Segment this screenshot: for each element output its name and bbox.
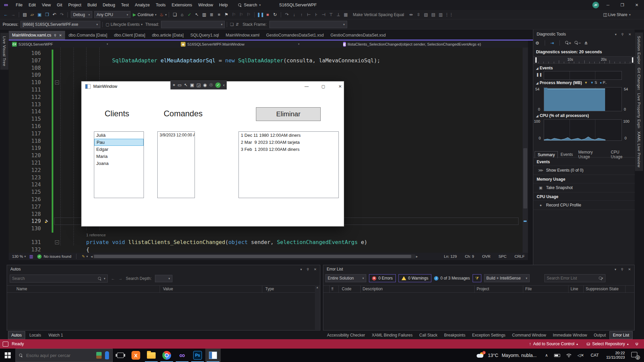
tab-call-stack[interactable]: Call Stack <box>416 331 440 339</box>
tab-breakpoints[interactable]: Breakpoints <box>441 331 468 339</box>
step-into-icon[interactable]: ↓ <box>291 11 298 18</box>
search-forward-icon[interactable]: → <box>118 276 122 281</box>
find-in-files-icon[interactable]: ❏ <box>171 11 178 18</box>
menu-tools[interactable]: Tools <box>153 0 169 10</box>
taskbar-xampp-icon[interactable]: X <box>128 349 144 362</box>
spacing-h-icon[interactable]: ⇹ <box>408 11 415 18</box>
tab-dbo-article-data-[interactable]: dbo.article [Data] <box>149 31 187 40</box>
detall-item[interactable]: 3 Feb 1 2003 12:00AM diners <box>239 146 338 153</box>
save-all-icon[interactable]: ❒ <box>44 11 50 18</box>
menu-help[interactable]: Help <box>216 0 231 10</box>
avatar[interactable]: JF <box>592 2 599 8</box>
element-picker-icon[interactable]: ⌖ <box>173 82 175 88</box>
summary-action[interactable]: ▣Take Snapshot <box>533 183 635 192</box>
column-header-suppression-state[interactable]: Suppression State <box>586 287 619 291</box>
prev-bookmark-icon[interactable]: ⚐ <box>230 11 237 18</box>
tab-xaml-live-preview[interactable]: XAML Live Preview <box>635 128 643 171</box>
pin-icon[interactable]: ⚲ <box>621 267 623 271</box>
breadcrumb-segment-0[interactable]: C#S16SQLServerWPF▾ <box>12 42 177 47</box>
detall-item[interactable]: 1 Dec 11 1980 12:00AM diners <box>239 132 338 139</box>
accessibility-icon[interactable]: ☉ <box>209 82 213 87</box>
ruler-selection-handle[interactable] <box>535 57 537 63</box>
step-out-icon[interactable]: ↑ <box>298 11 305 18</box>
binding-errors-icon[interactable]: ◉ <box>203 82 207 87</box>
diag-tab-events[interactable]: Events <box>558 151 576 158</box>
debug-config-dropdown[interactable]: Debug▾ <box>71 11 92 18</box>
column-header-file[interactable]: File <box>525 287 532 291</box>
column-header-name[interactable]: Name <box>16 287 27 291</box>
summary-action[interactable]: ●Record CPU Profile <box>533 200 635 210</box>
diag-timeline-ruler[interactable]: 10s20s <box>533 56 635 64</box>
column-header-description[interactable]: Description <box>363 287 383 291</box>
eliminar-button[interactable]: Eliminar <box>256 107 321 121</box>
hscroll-left-icon[interactable]: ◂ <box>91 254 93 259</box>
pause-track-icon[interactable]: ❚❚ <box>536 72 542 77</box>
fold-collapse-icon[interactable]: − <box>55 240 59 244</box>
column-header-severity[interactable]: ‼ <box>331 287 333 291</box>
column-header-value[interactable]: Value <box>163 287 173 291</box>
issues-status[interactable]: No issues found <box>44 254 71 258</box>
new-project-icon[interactable]: ▤ <box>21 11 28 18</box>
document-health-icon[interactable]: ▥ <box>29 254 34 259</box>
menu-window[interactable]: Window <box>195 0 216 10</box>
battery-icon[interactable] <box>554 354 560 357</box>
search-control[interactable]: Search ▾ <box>238 3 261 7</box>
client-item[interactable]: Joana <box>94 160 144 167</box>
close-icon[interactable]: ✕ <box>314 267 317 271</box>
tab-mainwindow-xaml[interactable]: MainWindow.xaml <box>222 31 263 40</box>
detalls-listbox[interactable]: 1 Dec 11 1980 12:00AM diners2 Mar 9 2023… <box>238 131 339 198</box>
search-back-icon[interactable]: ← <box>111 276 115 281</box>
bell-icon[interactable]: 🜃 <box>635 341 639 347</box>
weather-temp[interactable]: 13°C <box>488 353 498 358</box>
comanda-item[interactable]: 3/9/2023 12:00:00 AM <box>158 132 195 139</box>
align-left-icon[interactable]: ⊢ <box>306 11 312 18</box>
tab-gestiocomandesdataset1-xsd[interactable]: GestioComandesDataSet1.xsd <box>263 31 327 40</box>
minimize-button[interactable]: ─ <box>601 0 615 10</box>
taskbar-search-box[interactable] <box>15 349 113 362</box>
tab-autos[interactable]: Autos <box>8 331 25 339</box>
diag-export-icon[interactable]: ⇥ <box>550 41 554 46</box>
editor-horizontal-scrollbar[interactable] <box>93 254 415 258</box>
client-item[interactable]: Maria <box>94 153 144 160</box>
align-middle-icon[interactable]: ⊥ <box>335 11 342 18</box>
menu-build[interactable]: Build <box>84 0 100 10</box>
open-folder-icon[interactable]: ▱ <box>29 11 36 18</box>
taskbar-wpf-app-icon[interactable] <box>205 349 221 362</box>
size-to-grid-icon[interactable]: ▧ <box>423 11 429 18</box>
solution-home-icon[interactable]: ⌂ <box>179 11 185 18</box>
tab-dbo-comanda-data-[interactable]: dbo.Comanda [Data] <box>65 31 110 40</box>
column-header-project[interactable]: Project <box>477 287 489 291</box>
zoom-grid-icon[interactable]: ⋮⋮ <box>445 11 451 18</box>
taskbar-visual-studio-icon[interactable]: ∞ <box>174 349 190 362</box>
search-depth-dropdown[interactable]: ▾ <box>155 275 172 282</box>
autos-search-box[interactable]: ▾ <box>10 275 108 283</box>
error-search-box[interactable]: ▾ <box>544 274 605 282</box>
pause-icon[interactable]: ❚❚ <box>257 11 264 18</box>
nav-back-icon[interactable]: ← <box>2 11 9 18</box>
align-center-icon[interactable]: ⊦ <box>313 11 320 18</box>
taskbar-photoshop-icon[interactable]: Ps <box>190 349 205 362</box>
tab-immediate-window[interactable]: Immediate Window <box>550 331 590 339</box>
client-item[interactable]: Pau <box>94 139 144 146</box>
undo-icon[interactable]: ↶ <box>51 11 58 18</box>
taskbar-search-input[interactable] <box>26 353 93 358</box>
weather-icon[interactable]: 1 <box>475 349 486 362</box>
zoom-level[interactable]: 130 % <box>12 254 23 258</box>
wpf-close-button[interactable]: ✕ <box>333 81 347 92</box>
autos-search-input[interactable] <box>12 276 98 281</box>
autos-scrollbar[interactable]: ▲ <box>315 285 320 330</box>
editor-vertical-scrollbar[interactable] <box>523 48 528 253</box>
fold-collapse-icon[interactable]: − <box>55 80 59 84</box>
start-button[interactable] <box>0 349 15 362</box>
screenshot-icon[interactable]: ▭ <box>177 82 181 87</box>
menu-view[interactable]: View <box>39 0 54 10</box>
wifi-icon[interactable] <box>566 353 572 357</box>
tab-accessibility-checker[interactable]: Accessibility Checker <box>324 331 368 339</box>
clock[interactable]: 20:22 11/11/2023 <box>606 351 625 360</box>
warnings-toggle[interactable]: 0 Warnings <box>398 274 431 282</box>
column-header-code[interactable]: Code <box>342 287 352 291</box>
clients-listbox[interactable]: JuliàPauEdgarMariaJoana <box>94 131 144 198</box>
live-share-button[interactable]: ◫ Live Share ▾ <box>602 12 631 17</box>
grid-icon[interactable]: ▦ <box>342 11 349 18</box>
tab-dbo-client-data-[interactable]: dbo.Client [Data] <box>111 31 149 40</box>
